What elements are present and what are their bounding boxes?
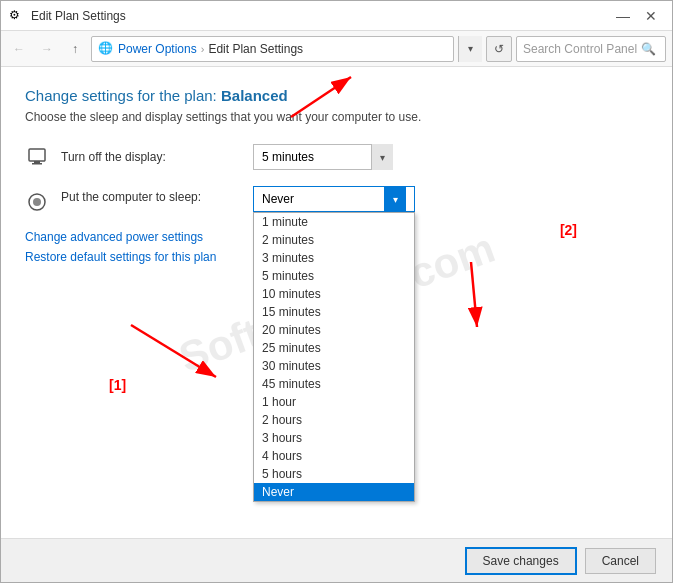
sleep-option-20min[interactable]: 20 minutes: [254, 321, 414, 339]
minimize-button[interactable]: —: [610, 5, 636, 27]
display-setting-row: Turn off the display: 5 minutes 1 minute…: [25, 144, 648, 170]
display-select-wrapper: 5 minutes 1 minute 2 minutes 3 minutes 1…: [253, 144, 393, 170]
address-bar: 🌐 Power Options › Edit Plan Settings: [91, 36, 454, 62]
sleep-option-2hr[interactable]: 2 hours: [254, 411, 414, 429]
search-box[interactable]: Search Control Panel 🔍: [516, 36, 666, 62]
breadcrumb-power-options[interactable]: Power Options: [118, 42, 197, 56]
search-icon: 🔍: [641, 42, 656, 56]
breadcrumb-separator: ›: [201, 43, 205, 55]
address-dropdown-button[interactable]: ▾: [458, 36, 482, 62]
svg-line-6: [131, 325, 216, 377]
forward-button[interactable]: →: [35, 37, 59, 61]
sleep-option-1min[interactable]: 1 minute: [254, 213, 414, 231]
page-title: Change settings for the plan: Balanced: [25, 87, 648, 104]
search-placeholder: Search Control Panel: [523, 42, 637, 56]
sleep-dropdown-selected[interactable]: Never ▾: [253, 186, 415, 212]
svg-point-4: [33, 198, 41, 206]
nav-bar: ← → ↑ 🌐 Power Options › Edit Plan Settin…: [1, 31, 672, 67]
sleep-option-30min[interactable]: 30 minutes: [254, 357, 414, 375]
sleep-option-15min[interactable]: 15 minutes: [254, 303, 414, 321]
svg-rect-1: [34, 161, 40, 163]
up-button[interactable]: ↑: [63, 37, 87, 61]
title-controls: — ✕: [610, 5, 664, 27]
display-select[interactable]: 5 minutes 1 minute 2 minutes 3 minutes 1…: [253, 144, 393, 170]
breadcrumb-current: Edit Plan Settings: [208, 42, 303, 56]
sleep-option-never[interactable]: Never: [254, 483, 414, 501]
monitor-icon: [27, 147, 47, 167]
sleep-option-4hr[interactable]: 4 hours: [254, 447, 414, 465]
back-button[interactable]: ←: [7, 37, 31, 61]
svg-rect-2: [32, 163, 42, 165]
sleep-option-5min[interactable]: 5 minutes: [254, 267, 414, 285]
title-bar: ⚙ Edit Plan Settings — ✕: [1, 1, 672, 31]
refresh-button[interactable]: ↺: [486, 36, 512, 62]
window-title: Edit Plan Settings: [31, 9, 126, 23]
svg-line-7: [471, 262, 477, 327]
svg-rect-0: [29, 149, 45, 161]
sleep-dropdown-list: 1 minute 2 minutes 3 minutes 5 minutes 1…: [253, 212, 415, 502]
bottom-bar: Save changes Cancel: [1, 538, 672, 582]
address-text: Power Options › Edit Plan Settings: [118, 42, 303, 56]
sleep-option-5hr[interactable]: 5 hours: [254, 465, 414, 483]
sleep-option-2min[interactable]: 2 minutes: [254, 231, 414, 249]
sleep-setting-row: Put the computer to sleep: Never ▾ 1 min…: [25, 186, 648, 214]
page-subtitle: Choose the sleep and display settings th…: [25, 110, 648, 124]
sleep-label: Put the computer to sleep:: [61, 186, 241, 204]
moon-icon: [27, 192, 47, 212]
content-area: SoftwareOk.com Change settings for the p…: [1, 67, 672, 538]
sleep-option-25min[interactable]: 25 minutes: [254, 339, 414, 357]
address-icon: 🌐: [98, 41, 114, 57]
sleep-option-45min[interactable]: 45 minutes: [254, 375, 414, 393]
annotation-label-1: [1]: [109, 377, 126, 393]
window-icon: ⚙: [9, 8, 25, 24]
sleep-dropdown-arrow[interactable]: ▾: [384, 186, 406, 212]
main-window: ⚙ Edit Plan Settings — ✕ ← → ↑ 🌐 Power O…: [0, 0, 673, 583]
sleep-option-10min[interactable]: 10 minutes: [254, 285, 414, 303]
sleep-option-3hr[interactable]: 3 hours: [254, 429, 414, 447]
sleep-option-1hr[interactable]: 1 hour: [254, 393, 414, 411]
display-icon: [25, 145, 49, 169]
title-bar-left: ⚙ Edit Plan Settings: [9, 8, 126, 24]
save-changes-button[interactable]: Save changes: [465, 547, 577, 575]
sleep-dropdown-container: Never ▾ 1 minute 2 minutes 3 minutes 5 m…: [253, 186, 415, 212]
cancel-button[interactable]: Cancel: [585, 548, 656, 574]
close-button[interactable]: ✕: [638, 5, 664, 27]
display-label: Turn off the display:: [61, 150, 241, 164]
sleep-option-3min[interactable]: 3 minutes: [254, 249, 414, 267]
sleep-icon: [25, 190, 49, 214]
sleep-selected-value: Never: [262, 192, 294, 206]
